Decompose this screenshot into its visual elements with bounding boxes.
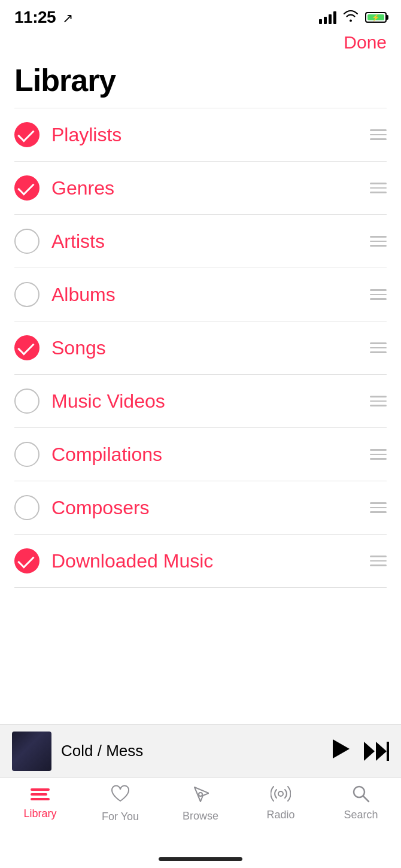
item-label-composers: Composers xyxy=(51,497,150,519)
checkbox-playlists[interactable] xyxy=(14,122,40,147)
item-label-songs: Songs xyxy=(51,337,106,359)
play-button[interactable] xyxy=(333,739,350,763)
mini-player-artwork xyxy=(12,732,51,771)
checkbox-downloaded-music[interactable] xyxy=(14,548,40,573)
tab-radio[interactable]: Radio xyxy=(241,785,321,821)
svg-marker-1 xyxy=(364,742,375,761)
drag-handle-music-videos[interactable] xyxy=(370,396,387,406)
drag-handle-composers[interactable] xyxy=(370,502,387,513)
list-item-songs[interactable]: Songs xyxy=(0,321,401,374)
divider-bottom xyxy=(14,587,387,588)
svg-marker-0 xyxy=(333,739,350,758)
list-item-compilations[interactable]: Compilations xyxy=(0,428,401,481)
svg-point-5 xyxy=(278,791,283,796)
tab-label-for-you: For You xyxy=(102,811,139,823)
list-item-music-videos[interactable]: Music Videos xyxy=(0,375,401,427)
tab-search[interactable]: Search xyxy=(321,785,401,821)
checkbox-music-videos[interactable] xyxy=(14,389,40,414)
tab-for-you[interactable]: For You xyxy=(80,785,160,823)
tab-browse[interactable]: Browse xyxy=(160,785,241,823)
item-label-albums: Albums xyxy=(51,284,116,306)
status-time-area: 11:25 ↗ xyxy=(14,8,73,27)
tab-library[interactable]: Library xyxy=(0,785,80,820)
item-label-compilations: Compilations xyxy=(51,444,162,466)
mini-player-controls xyxy=(333,739,389,763)
svg-marker-2 xyxy=(376,742,387,761)
checkbox-artists[interactable] xyxy=(14,229,40,254)
drag-handle-playlists[interactable] xyxy=(370,129,387,140)
item-label-downloaded-music: Downloaded Music xyxy=(51,550,213,572)
drag-handle-artists[interactable] xyxy=(370,236,387,247)
svg-line-7 xyxy=(363,796,369,802)
item-label-music-videos: Music Videos xyxy=(51,390,165,412)
library-list: Playlists Genres Artists Albums xyxy=(0,108,401,588)
status-icons: ⚡ xyxy=(319,9,387,26)
drag-handle-compilations[interactable] xyxy=(370,449,387,460)
home-indicator xyxy=(159,857,242,861)
header: Done xyxy=(0,32,401,57)
signal-icon xyxy=(319,11,336,24)
list-item-playlists[interactable]: Playlists xyxy=(0,108,401,161)
wifi-icon xyxy=(342,9,359,26)
tab-label-library: Library xyxy=(23,808,56,820)
mini-player-title: Cold / Mess xyxy=(61,742,323,760)
drag-handle-songs[interactable] xyxy=(370,342,387,353)
checkbox-songs[interactable] xyxy=(14,335,40,360)
drag-handle-genres[interactable] xyxy=(370,183,387,193)
item-label-genres: Genres xyxy=(51,177,114,199)
drag-handle-albums[interactable] xyxy=(370,289,387,300)
tab-bar: Library For You Browse xyxy=(0,777,401,868)
checkbox-albums[interactable] xyxy=(14,282,40,307)
mini-player[interactable]: Cold / Mess xyxy=(0,724,401,777)
list-item-albums[interactable]: Albums xyxy=(0,268,401,321)
svg-rect-3 xyxy=(387,742,389,761)
item-label-playlists: Playlists xyxy=(51,124,121,146)
heart-icon xyxy=(111,785,130,807)
drag-handle-downloaded-music[interactable] xyxy=(370,556,387,566)
list-item-genres[interactable]: Genres xyxy=(0,162,401,214)
checkbox-genres[interactable] xyxy=(14,175,40,201)
skip-forward-button[interactable] xyxy=(364,742,389,761)
page-title: Library xyxy=(0,57,401,108)
list-item-artists[interactable]: Artists xyxy=(0,215,401,268)
svg-point-4 xyxy=(199,793,202,796)
search-icon xyxy=(352,785,370,805)
battery-icon: ⚡ xyxy=(365,12,387,23)
checkbox-composers[interactable] xyxy=(14,495,40,520)
tab-label-radio: Radio xyxy=(266,809,294,821)
library-icon xyxy=(31,785,50,804)
list-item-downloaded-music[interactable]: Downloaded Music xyxy=(0,535,401,587)
browse-icon xyxy=(192,785,209,806)
location-arrow-icon: ↗ xyxy=(62,11,73,26)
status-bar: 11:25 ↗ ⚡ xyxy=(0,0,401,32)
tab-label-browse: Browse xyxy=(183,810,218,823)
list-item-composers[interactable]: Composers xyxy=(0,481,401,534)
checkbox-compilations[interactable] xyxy=(14,442,40,467)
tab-label-search: Search xyxy=(344,809,378,821)
item-label-artists: Artists xyxy=(51,230,105,253)
done-button[interactable]: Done xyxy=(344,32,387,53)
status-time: 11:25 xyxy=(14,8,56,26)
radio-icon xyxy=(271,785,291,805)
